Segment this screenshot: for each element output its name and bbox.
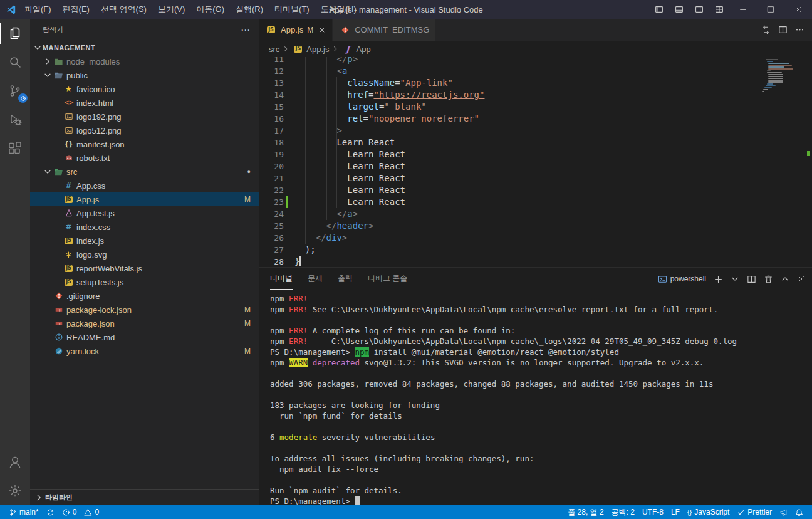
bottom-panel: 터미널문제출력디버그 콘솔 powershell npm ERR!npm ERR…	[259, 268, 812, 505]
panel-tab-디버그 콘솔[interactable]: 디버그 콘솔	[368, 268, 407, 290]
tree-item[interactable]: {}manifest.json	[30, 137, 259, 151]
tree-item[interactable]: public	[30, 68, 259, 82]
activity-extensions[interactable]	[0, 134, 30, 163]
tree-item[interactable]: package-lock.jsonM	[30, 303, 259, 317]
menu-bar: 파일(F)편집(E)선택 영역(S)보기(V)이동(G)실행(R)터미널(T)도…	[19, 0, 362, 19]
status-LF[interactable]: LF	[667, 505, 684, 519]
code-text: Learn React	[294, 184, 405, 196]
activity-search[interactable]	[0, 48, 30, 76]
tree-item[interactable]: robots.txt	[30, 151, 259, 165]
files-icon	[8, 26, 23, 41]
activity-run-debug[interactable]	[0, 105, 30, 134]
overview-ruler[interactable]	[803, 57, 812, 268]
minimap[interactable]	[762, 59, 802, 93]
terminal-output[interactable]: npm ERR!npm ERR! See C:\Users\DukhyunLee…	[259, 290, 812, 505]
line-number: 11	[259, 57, 284, 65]
breadcrumb-item[interactable]: ƒApp	[341, 45, 370, 54]
tab-App.js[interactable]: JSApp.jsM	[259, 19, 333, 41]
explorer-root-folder[interactable]: MANAGEMENT	[30, 41, 259, 55]
status-UTF-8[interactable]: UTF-8	[638, 505, 667, 519]
menu-item[interactable]: 이동(G)	[190, 0, 230, 19]
tree-item[interactable]: JSsetupTests.js	[30, 275, 259, 289]
code-editor[interactable]: 11 </p>12 <a13 className="App-link"14 hr…	[259, 57, 812, 268]
layout-sidebar-right-button[interactable]	[689, 0, 709, 19]
status-error[interactable]: 0	[58, 505, 81, 519]
menu-item[interactable]: 도움말(H)	[315, 0, 362, 19]
layout-customize-button[interactable]	[709, 0, 729, 19]
git-icon	[53, 291, 65, 300]
tree-item-label: App.test.js	[76, 209, 115, 218]
tree-item[interactable]: logo192.png	[30, 110, 259, 123]
tree-item[interactable]: #App.css	[30, 179, 259, 192]
tree-item[interactable]: App.test.js	[30, 206, 259, 220]
close-icon[interactable]	[797, 275, 806, 283]
breadcrumb-item[interactable]: JSApp.js	[292, 45, 329, 54]
split-icon[interactable]	[747, 275, 756, 284]
menu-item[interactable]: 터미널(T)	[269, 0, 315, 19]
status-sync[interactable]	[43, 505, 58, 519]
menu-item[interactable]: 편집(E)	[57, 0, 95, 19]
minimap-line	[768, 76, 783, 77]
chevron-up-icon[interactable]	[781, 275, 789, 283]
tree-item[interactable]: JSreportWebVitals.js	[30, 261, 259, 275]
status-braces[interactable]: {}JavaScript	[684, 505, 733, 519]
tree-item[interactable]: JSindex.js	[30, 234, 259, 248]
tree-item[interactable]: yarn.lockM	[30, 344, 259, 358]
tree-item[interactable]: logo512.png	[30, 123, 259, 137]
tree-item[interactable]: <>index.html	[30, 96, 259, 110]
terminal-line	[270, 315, 812, 325]
layout-sidebar-left-button[interactable]	[649, 0, 669, 19]
status-git-branch[interactable]: main*	[5, 505, 43, 519]
status-right: 줄 28, 열 2공백: 2UTF-8LF{}JavaScriptPrettie…	[564, 505, 807, 519]
breadcrumb-separator-icon	[282, 45, 289, 53]
more-actions-icon[interactable]	[795, 25, 804, 34]
panel-tab-문제[interactable]: 문제	[308, 268, 323, 290]
breadcrumb-separator-icon	[331, 45, 339, 53]
close-button[interactable]	[784, 0, 812, 19]
menu-item[interactable]: 파일(F)	[19, 0, 57, 19]
tab-COMMIT_EDITMSG[interactable]: COMMIT_EDITMSG	[333, 19, 436, 41]
tab-close-button[interactable]	[318, 26, 326, 34]
tree-item[interactable]: package.jsonM	[30, 317, 259, 330]
tree-item[interactable]: logo.svg	[30, 248, 259, 261]
gutter-bar	[286, 244, 288, 256]
explorer-more-actions-button[interactable]: ⋯	[241, 24, 250, 36]
chevron-down-icon[interactable]	[731, 275, 739, 283]
shell-selector[interactable]: powershell	[658, 275, 706, 284]
plus-icon[interactable]	[714, 275, 723, 284]
status-공백: 2[interactable]: 공백: 2	[608, 505, 638, 519]
breadcrumb-item[interactable]: src	[269, 45, 279, 54]
tree-item[interactable]: src●	[30, 165, 259, 179]
open-changes-icon[interactable]	[761, 25, 771, 34]
line-number: 13	[259, 77, 284, 89]
tree-item[interactable]: JSApp.jsM	[30, 192, 259, 206]
trash-icon[interactable]	[764, 275, 773, 284]
code-line: 22 Learn React	[259, 184, 812, 196]
tree-item[interactable]: node_modules	[30, 55, 259, 68]
panel-tab-터미널[interactable]: 터미널	[270, 268, 293, 290]
status-megaphone[interactable]	[776, 505, 791, 519]
activity-account[interactable]	[0, 448, 30, 476]
activity-files[interactable]	[0, 19, 30, 48]
tree-item[interactable]: README.md	[30, 330, 259, 344]
split-editor-icon[interactable]	[778, 25, 788, 34]
minimize-button[interactable]	[729, 0, 757, 19]
maximize-button[interactable]	[757, 0, 784, 19]
status-warning[interactable]: 0	[80, 505, 103, 519]
menu-item[interactable]: 실행(R)	[230, 0, 269, 19]
activity-source-control[interactable]	[0, 76, 30, 105]
tree-item[interactable]: ★favicon.ico	[30, 82, 259, 96]
terminal-line	[270, 389, 812, 400]
menu-item[interactable]: 선택 영역(S)	[95, 0, 152, 19]
status-줄 28, 열 2[interactable]: 줄 28, 열 2	[564, 505, 607, 519]
layout-panel-button[interactable]	[669, 0, 689, 19]
tree-item[interactable]: #index.css	[30, 220, 259, 234]
panel-tab-출력[interactable]: 출력	[338, 268, 353, 290]
activity-settings-gear[interactable]	[0, 476, 30, 505]
status-check[interactable]: Prettier	[733, 505, 776, 519]
tree-item[interactable]: .gitignore	[30, 289, 259, 303]
menu-item[interactable]: 보기(V)	[152, 0, 190, 19]
timeline-section[interactable]: 타임라인	[30, 489, 259, 505]
code-text: target="_blank"	[294, 101, 427, 113]
status-bell[interactable]	[791, 505, 807, 519]
